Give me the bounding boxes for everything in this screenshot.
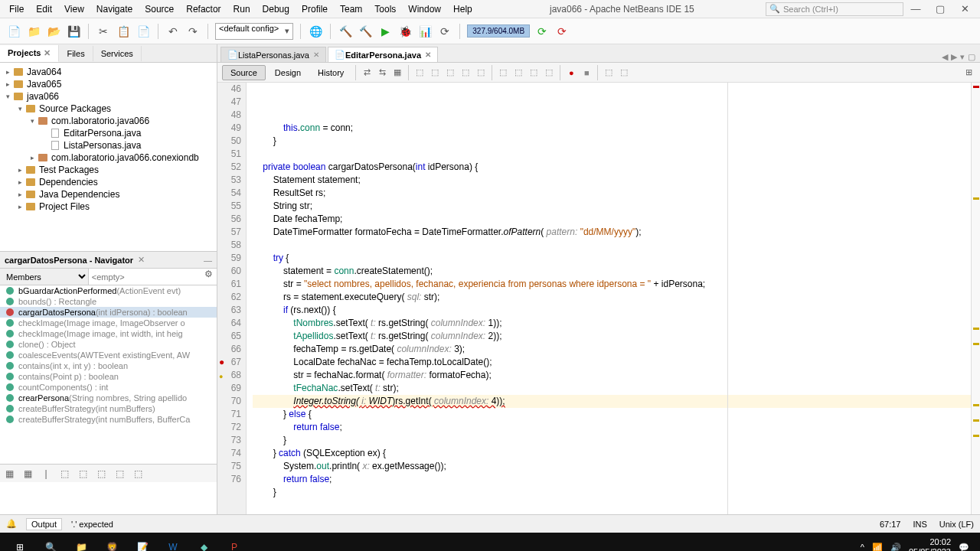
navigator-member[interactable]: clone() : Object — [0, 339, 217, 350]
filter-icon[interactable]: ⚙ — [201, 269, 217, 285]
open-icon[interactable]: 📂 — [46, 24, 61, 39]
tab-next-icon[interactable]: ▶ — [951, 52, 957, 62]
menu-source[interactable]: Source — [139, 2, 180, 17]
volume-icon[interactable]: 🔊 — [890, 543, 901, 552]
global-search-input[interactable]: 🔍 Search (Ctrl+I) — [766, 2, 903, 16]
new-file-icon[interactable]: 📄 — [6, 24, 21, 39]
new-project-icon[interactable]: 📁 — [26, 24, 41, 39]
ed-icon[interactable]: ⇆ — [375, 66, 389, 80]
ed-icon[interactable]: ⇄ — [360, 66, 374, 80]
close-icon[interactable]: ✕ — [138, 255, 145, 265]
stop-macro-icon[interactable]: ■ — [580, 66, 593, 80]
tree-item[interactable]: ▾com.laboratorio.java066 — [0, 115, 217, 127]
tree-item[interactable]: ListaPersonas.java — [0, 139, 217, 152]
gc-icon[interactable]: ⟳ — [534, 24, 550, 39]
design-view-button[interactable]: Design — [267, 66, 309, 80]
app-icon[interactable]: ◆ — [188, 535, 219, 551]
menu-debug[interactable]: Debug — [256, 2, 296, 17]
minimize-icon[interactable]: — — [204, 256, 212, 265]
tree-item[interactable]: ▾java066 — [0, 90, 217, 103]
navigator-member[interactable]: checkImage(Image image, int width, int h… — [0, 328, 217, 339]
maximize-icon[interactable]: ▢ — [928, 3, 952, 15]
globe-icon[interactable]: 🌐 — [308, 24, 323, 39]
notepad-icon[interactable]: 📝 — [127, 535, 158, 551]
navigator-member[interactable]: contains(int x, int y) : boolean — [0, 360, 217, 371]
panel-tab-files[interactable]: Files — [59, 46, 93, 61]
error-stripe[interactable] — [971, 83, 980, 514]
brave-icon[interactable]: 🦁 — [96, 535, 127, 551]
source-view-button[interactable]: Source — [222, 65, 266, 80]
minimize-icon[interactable]: — — [903, 3, 928, 15]
save-all-icon[interactable]: 💾 — [66, 24, 81, 39]
tree-item[interactable]: ▸com.laboratorio.java066.conexiondb — [0, 152, 217, 164]
search-icon[interactable]: 🔍 — [35, 535, 66, 551]
navigator-filter-select[interactable]: Members — [0, 269, 89, 285]
nav-tb-icon[interactable]: | — [40, 468, 52, 480]
tree-item[interactable]: EditarPersona.java — [0, 127, 217, 139]
ed-icon[interactable]: ⬚ — [443, 66, 457, 80]
menu-navigate[interactable]: Navigate — [90, 2, 139, 17]
copy-icon[interactable]: 📋 — [116, 24, 131, 39]
code-editor[interactable]: 4647484950515253545556575859606162636465… — [217, 83, 980, 514]
panel-tab-services[interactable]: Services — [93, 46, 142, 61]
run-icon[interactable]: ▶ — [377, 24, 393, 39]
build-icon[interactable]: 🔨 — [338, 24, 353, 39]
reload-icon[interactable]: ⟳ — [437, 24, 452, 39]
wifi-icon[interactable]: 📶 — [872, 543, 883, 552]
tab-prev-icon[interactable]: ◀ — [942, 52, 948, 62]
notifications-icon[interactable]: 🔔 — [6, 519, 17, 529]
code-content[interactable]: this.conn = conn; } private boolean carg… — [247, 83, 971, 514]
redo-icon[interactable]: ↷ — [185, 24, 201, 39]
menu-file[interactable]: File — [3, 2, 30, 17]
navigator-member[interactable]: createBufferStrategy(int numBuffers, Buf… — [0, 414, 217, 425]
editor-tab[interactable]: 📄 ListaPersonas.java✕ — [220, 47, 326, 62]
navigator-members-list[interactable]: bGuardarActionPerformed(ActionEvent evt)… — [0, 285, 217, 464]
menu-team[interactable]: Team — [334, 2, 368, 17]
nav-tb-icon[interactable]: ⬚ — [77, 468, 89, 480]
menu-tools[interactable]: Tools — [368, 2, 402, 17]
tree-item[interactable]: ▸Java064 — [0, 66, 217, 78]
notifications-icon[interactable]: 💬 — [959, 543, 969, 552]
record-macro-icon[interactable]: ● — [564, 66, 578, 80]
nav-tb-icon[interactable]: ▦ — [3, 468, 15, 480]
split-editor-icon[interactable]: ⊞ — [962, 66, 975, 80]
navigator-member[interactable]: crearPersona(String nombres, String apel… — [0, 393, 217, 403]
tree-item[interactable]: ▸Java065 — [0, 78, 217, 90]
tree-item[interactable]: ▸Java Dependencies — [0, 188, 217, 201]
ed-icon[interactable]: ▦ — [390, 66, 404, 80]
config-select[interactable]: <default config> — [215, 23, 293, 40]
stop-gc-icon[interactable]: ⟳ — [554, 24, 570, 39]
navigator-search-input[interactable] — [89, 269, 201, 285]
debug-icon[interactable]: 🐞 — [397, 24, 413, 39]
clean-build-icon[interactable]: 🔨 — [358, 24, 373, 39]
navigator-member[interactable]: contains(Point p) : boolean — [0, 371, 217, 382]
profile-icon[interactable]: 📊 — [417, 24, 433, 39]
editor-tab[interactable]: 📄 EditarPersona.java✕ — [328, 47, 438, 62]
cut-icon[interactable]: ✂ — [96, 24, 111, 39]
tree-item[interactable]: ▸Project Files — [0, 201, 217, 213]
close-icon[interactable]: ✕ — [44, 48, 51, 57]
ed-icon[interactable]: ⬚ — [542, 66, 556, 80]
ed-icon[interactable]: ⬚ — [527, 66, 541, 80]
undo-icon[interactable]: ↶ — [165, 24, 181, 39]
powerpoint-icon[interactable]: P — [219, 535, 250, 551]
menu-profile[interactable]: Profile — [296, 2, 334, 17]
menu-view[interactable]: View — [58, 2, 90, 17]
line-number-gutter[interactable]: 4647484950515253545556575859606162636465… — [217, 83, 247, 514]
navigator-member[interactable]: cargarDatosPersona(int idPersona) : bool… — [0, 307, 217, 318]
clock[interactable]: 20:02 05/05/2023 — [909, 537, 951, 551]
navigator-member[interactable]: bGuardarActionPerformed(ActionEvent evt) — [0, 285, 217, 296]
ed-icon[interactable]: ⬚ — [474, 66, 488, 80]
tree-item[interactable]: ▸Dependencies — [0, 176, 217, 188]
maximize-editor-icon[interactable]: ▢ — [968, 52, 975, 62]
tray-chevron-icon[interactable]: ^ — [861, 543, 864, 551]
ed-icon[interactable]: ⬚ — [617, 66, 631, 80]
navigator-member[interactable]: coalesceEvents(AWTEvent existingEvent, A… — [0, 350, 217, 360]
ed-icon[interactable]: ⬚ — [602, 66, 616, 80]
nav-tb-icon[interactable]: ▦ — [21, 468, 34, 480]
history-view-button[interactable]: History — [310, 66, 351, 80]
menu-help[interactable]: Help — [447, 2, 479, 17]
nav-tb-icon[interactable]: ⬚ — [58, 468, 70, 480]
ed-icon[interactable]: ⬚ — [459, 66, 472, 80]
tree-item[interactable]: ▾Source Packages — [0, 103, 217, 115]
